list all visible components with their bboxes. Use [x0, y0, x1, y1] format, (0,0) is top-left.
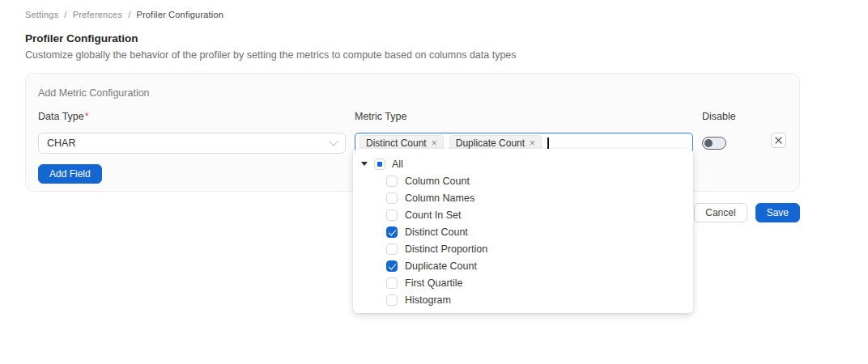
checkbox[interactable] — [386, 260, 398, 272]
metric-tag-label: Duplicate Count — [456, 138, 525, 149]
disable-column: Disable — [702, 111, 736, 154]
breadcrumb-separator: / — [64, 10, 66, 19]
checkbox[interactable] — [386, 243, 398, 255]
data-type-label: Data Type* — [38, 111, 346, 122]
required-marker: * — [85, 111, 89, 122]
tree-item[interactable]: Duplicate Count — [353, 257, 693, 274]
tree-item[interactable]: Histogram — [353, 291, 693, 308]
tree-item-label[interactable]: Count In Set — [405, 210, 462, 221]
checkbox[interactable] — [386, 226, 398, 238]
data-type-label-text: Data Type — [38, 111, 84, 122]
checkbox[interactable] — [386, 210, 398, 221]
breadcrumb-separator: / — [128, 10, 130, 19]
data-type-select[interactable]: CHAR — [38, 133, 346, 154]
checkbox[interactable] — [386, 193, 398, 204]
toggle-knob — [704, 139, 713, 147]
data-type-column: Data Type* CHAR — [38, 111, 346, 154]
metric-tag-label: Distinct Count — [366, 138, 427, 149]
checkbox[interactable] — [386, 294, 398, 306]
tag-remove-icon[interactable]: × — [432, 138, 437, 148]
tree-parent-row[interactable]: All — [353, 155, 693, 172]
tree-item[interactable]: Distinct Proportion — [353, 240, 693, 257]
page-subtitle: Customize globally the behavior of the p… — [25, 49, 800, 61]
breadcrumb-item-settings[interactable]: Settings — [25, 10, 58, 19]
tree-item-label[interactable]: Distinct Count — [405, 226, 468, 238]
chevron-down-icon — [329, 137, 338, 146]
data-type-selected-value: CHAR — [47, 138, 75, 149]
breadcrumb: Settings / Preferences / Profiler Config… — [25, 10, 800, 19]
disable-toggle[interactable] — [702, 137, 726, 150]
tree-item[interactable]: Column Names — [353, 189, 693, 206]
metric-type-label: Metric Type — [355, 111, 693, 122]
tree-item[interactable]: Distinct Count — [353, 223, 693, 240]
tree-item-label[interactable]: Histogram — [405, 294, 451, 306]
checkbox-all[interactable] — [374, 159, 385, 170]
save-button[interactable]: Save — [755, 203, 800, 222]
tree-parent-label[interactable]: All — [392, 159, 403, 170]
x-icon — [775, 137, 782, 144]
tag-remove-icon[interactable]: × — [530, 138, 535, 148]
breadcrumb-item-preferences[interactable]: Preferences — [73, 10, 123, 19]
tree-item[interactable]: First Quartile — [353, 274, 693, 291]
tree-item[interactable]: Column Count — [353, 172, 693, 189]
metric-type-dropdown: All Column Count Column Names Count In S… — [353, 149, 693, 313]
cancel-button[interactable]: Cancel — [694, 203, 747, 222]
caret-down-icon[interactable] — [361, 162, 368, 166]
checkbox[interactable] — [386, 277, 398, 289]
tree-item-label[interactable]: Column Names — [405, 193, 474, 204]
checkbox[interactable] — [386, 176, 398, 187]
tree-item-label[interactable]: Duplicate Count — [405, 260, 477, 272]
page-title: Profiler Configuration — [25, 32, 800, 44]
metric-type-column: Metric Type Distinct Count × Duplicate C… — [355, 111, 693, 154]
tree-item[interactable]: Count In Set — [353, 206, 693, 223]
add-field-button[interactable]: Add Field — [38, 164, 102, 184]
tree-item-label[interactable]: First Quartile — [405, 277, 463, 289]
tree-item-label[interactable]: Distinct Proportion — [405, 243, 487, 255]
panel-title: Add Metric Configuration — [38, 87, 787, 99]
disable-label: Disable — [702, 111, 736, 122]
text-cursor — [547, 138, 549, 150]
remove-row-button[interactable] — [771, 133, 786, 148]
form-row: Data Type* CHAR Metric Type Distinct Cou… — [38, 111, 787, 154]
breadcrumb-item-current: Profiler Configuration — [136, 10, 223, 19]
tree-item-label[interactable]: Column Count — [405, 176, 470, 187]
